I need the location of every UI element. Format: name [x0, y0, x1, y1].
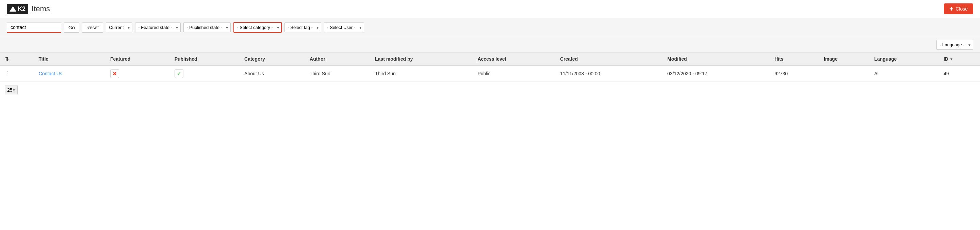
col-modified: Modified: [662, 53, 770, 65]
col-category: Category: [240, 53, 305, 65]
logo-text: K2: [18, 5, 25, 13]
col-created: Created: [555, 53, 662, 65]
col-published: Published: [170, 53, 240, 65]
col-drag: ⇅: [0, 53, 34, 65]
last-modified-by-cell: Third Sun: [370, 65, 473, 82]
category-select-wrapper: - Select category -: [234, 22, 282, 33]
col-image: Image: [819, 53, 869, 65]
table-footer: 5101520253050100200: [0, 82, 980, 98]
image-cell: [819, 65, 869, 82]
title-cell: Contact Us: [34, 65, 106, 82]
featured-state-select[interactable]: - Featured state -: [135, 22, 181, 32]
top-bar: K2 Items Close: [0, 0, 980, 18]
page-size-wrapper: 5101520253050100200: [5, 86, 18, 94]
col-author: Author: [305, 53, 370, 65]
col-id[interactable]: ID ▼: [939, 53, 980, 65]
id-cell: 49: [939, 65, 980, 82]
col-hits: Hits: [770, 53, 819, 65]
go-button[interactable]: Go: [64, 22, 79, 33]
drag-cell: ⋮: [0, 65, 34, 82]
items-table: ⇅ Title Featured Published Category Auth…: [0, 53, 980, 82]
published-status-icon[interactable]: ✔: [175, 69, 183, 78]
table-header-row: ⇅ Title Featured Published Category Auth…: [0, 53, 980, 65]
current-select[interactable]: Current: [106, 22, 132, 32]
author-cell: Third Sun: [305, 65, 370, 82]
col-last-modified-by: Last modified by: [370, 53, 473, 65]
reset-button[interactable]: Reset: [82, 22, 103, 33]
id-sort-icon: ▼: [950, 57, 953, 61]
published-cell: ✔: [170, 65, 240, 82]
current-select-wrapper: Current: [106, 22, 132, 32]
tag-select-wrapper: - Select tag -: [285, 22, 321, 32]
page-title: Items: [32, 5, 50, 13]
logo: K2: [7, 4, 28, 14]
col-featured: Featured: [105, 53, 170, 65]
language-select-wrapper: - Language -: [937, 40, 973, 50]
col-access-level: Access level: [473, 53, 555, 65]
language-select[interactable]: - Language -: [937, 40, 973, 50]
close-button[interactable]: Close: [944, 3, 973, 14]
user-select-wrapper: - Select User -: [324, 22, 364, 32]
user-select[interactable]: - Select User -: [324, 22, 364, 32]
drag-handle[interactable]: ⋮: [5, 70, 11, 77]
table-container: ⇅ Title Featured Published Category Auth…: [0, 53, 980, 98]
published-state-select[interactable]: - Published state -: [183, 22, 231, 32]
item-title-link[interactable]: Contact Us: [39, 71, 62, 76]
created-cell: 11/11/2008 - 00:00: [555, 65, 662, 82]
sort-icon: ⇅: [5, 56, 9, 62]
search-input[interactable]: [7, 22, 61, 33]
col-title[interactable]: Title: [34, 53, 106, 65]
featured-state-select-wrapper: - Featured state -: [135, 22, 181, 32]
logo-area: K2 Items: [7, 4, 50, 14]
tag-select[interactable]: - Select tag -: [285, 22, 321, 32]
modified-cell: 03/12/2020 - 09:17: [662, 65, 770, 82]
filter-bar-2: - Language -: [0, 37, 980, 53]
category-cell: About Us: [240, 65, 305, 82]
filter-bar: Go Reset Current - Featured state - - Pu…: [0, 18, 980, 37]
published-state-select-wrapper: - Published state -: [183, 22, 231, 32]
access-level-cell: Public: [473, 65, 555, 82]
logo-icon: [10, 6, 16, 11]
language-cell: All: [869, 65, 939, 82]
featured-cell: ✖: [105, 65, 170, 82]
table-row: ⋮ Contact Us ✖ ✔ About Us Third Sun Thir…: [0, 65, 980, 82]
featured-status-icon[interactable]: ✖: [110, 69, 119, 78]
hits-cell: 92730: [770, 65, 819, 82]
category-select[interactable]: - Select category -: [234, 22, 282, 33]
page-size-select[interactable]: 5101520253050100200: [5, 86, 18, 94]
col-language: Language: [869, 53, 939, 65]
